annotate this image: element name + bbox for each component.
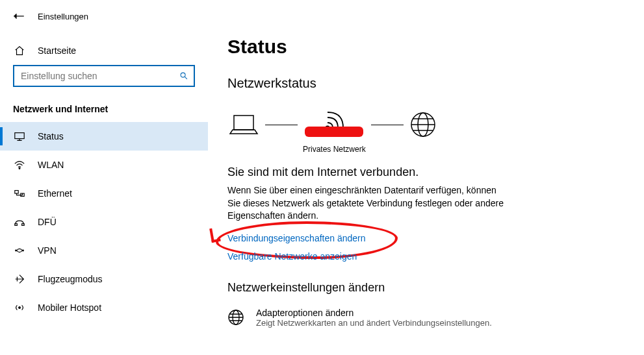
wifi-icon	[13, 159, 26, 171]
adapter-options[interactable]: Adapteroptionen ändern Zeigt Netzwerkkar…	[227, 308, 618, 328]
sidebar-item-airplane[interactable]: Flugzeugmodus	[0, 265, 208, 293]
adapter-title: Adapteroptionen ändern	[256, 308, 492, 318]
dialup-icon	[13, 216, 26, 228]
adapter-icon	[227, 309, 244, 326]
globe-icon	[409, 110, 437, 139]
change-settings-title: Netzwerkeinstellungen ändern	[227, 281, 618, 295]
svg-point-7	[16, 250, 17, 251]
section-title: Netzwerk und Internet	[13, 104, 108, 114]
status-icon	[13, 130, 26, 142]
connected-description: Wenn Sie über einen eingeschränkten Date…	[227, 184, 507, 223]
svg-rect-3	[15, 191, 18, 194]
sidebar-item-ethernet[interactable]: Ethernet	[0, 179, 208, 208]
nav-label: Mobiler Hotspot	[38, 302, 101, 313]
svg-rect-6	[22, 224, 25, 226]
home-icon	[13, 45, 26, 56]
link-label: Verbindungseigenschaften ändern	[227, 233, 366, 243]
connection-line	[371, 125, 404, 125]
network-diagram: Privates Netzwerk	[227, 107, 618, 154]
nav-label: DFÜ	[38, 217, 57, 227]
sidebar-item-home[interactable]: Startseite	[0, 36, 208, 65]
sidebar-item-wlan[interactable]: WLAN	[0, 151, 208, 179]
hotspot-icon	[13, 302, 26, 313]
sidebar-item-status[interactable]: Status	[0, 122, 208, 151]
svg-rect-10	[234, 116, 253, 130]
header: 🠐 Einstellungen	[0, 10, 208, 36]
search-box[interactable]	[13, 65, 195, 87]
nav-label: Status	[38, 131, 64, 141]
svg-point-8	[23, 250, 24, 251]
svg-point-2	[19, 168, 20, 169]
search-icon	[179, 71, 188, 80]
svg-point-9	[19, 307, 21, 309]
annotation-redaction	[305, 127, 363, 137]
sidebar: 🠐 Einstellungen Startseite Netzwerk und …	[0, 0, 208, 355]
nav-label: Ethernet	[38, 188, 72, 199]
svg-rect-1	[15, 133, 24, 139]
laptop-icon	[227, 112, 260, 138]
network-type-label: Privates Netzwerk	[303, 145, 366, 154]
nav-label: WLAN	[38, 160, 64, 170]
vpn-icon	[13, 245, 26, 256]
app-title: Einstellungen	[38, 12, 88, 21]
sidebar-item-vpn[interactable]: VPN	[0, 236, 208, 265]
airplane-icon	[13, 273, 26, 285]
back-arrow-icon[interactable]: 🠐	[13, 10, 25, 23]
adapter-text: Adapteroptionen ändern Zeigt Netzwerkkar…	[256, 308, 492, 328]
nav-label: Startseite	[38, 45, 76, 56]
page-title: Status	[227, 36, 618, 58]
link-connection-properties[interactable]: Verbindungseigenschaften ändern	[227, 233, 366, 243]
sidebar-item-hotspot[interactable]: Mobiler Hotspot	[0, 293, 208, 322]
wifi-block: Privates Netzwerk	[303, 107, 366, 154]
link-available-networks[interactable]: Verfügbare Netzwerke anzeigen	[227, 251, 357, 262]
nav-label: Flugzeugmodus	[38, 274, 103, 284]
sidebar-section-header: Netzwerk und Internet	[0, 97, 208, 122]
svg-rect-5	[15, 224, 18, 226]
network-status-title: Netzwerkstatus	[227, 76, 618, 91]
search-wrap	[0, 65, 208, 97]
link-label: Verfügbare Netzwerke anzeigen	[227, 251, 357, 262]
connection-line	[265, 125, 298, 125]
nav-label: VPN	[38, 245, 57, 256]
adapter-desc: Zeigt Netzwerkkarten an und ändert Verbi…	[256, 318, 492, 328]
svg-point-0	[181, 73, 185, 77]
connected-title: Sie sind mit dem Internet verbunden.	[227, 165, 618, 179]
annotation-mark	[209, 227, 221, 243]
sidebar-item-dialup[interactable]: DFÜ	[0, 208, 208, 236]
ethernet-icon	[13, 188, 26, 199]
main-content: Status Netzwerkstatus Privates Netzwerk	[208, 0, 644, 355]
search-input[interactable]	[19, 70, 179, 82]
